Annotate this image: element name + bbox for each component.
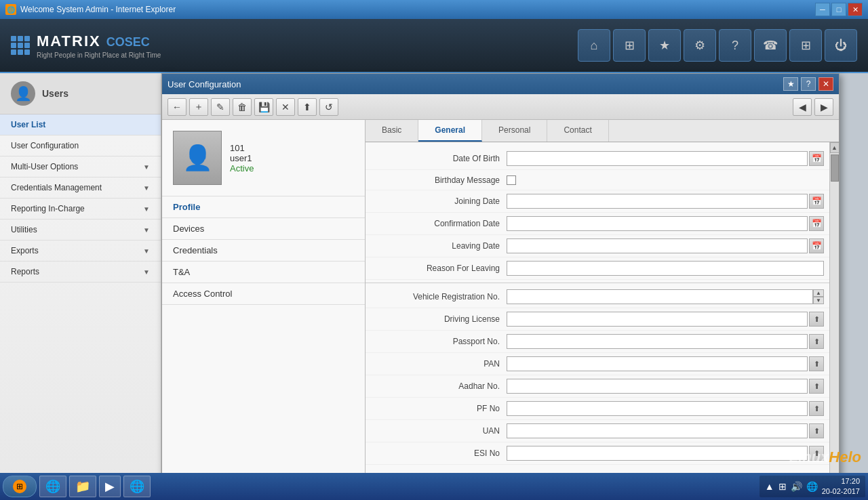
chevron-right-icon: ▼ xyxy=(143,226,150,234)
scroll-up-button[interactable]: ▲ xyxy=(830,142,840,153)
driving-input[interactable] xyxy=(507,312,808,327)
nav-home-button[interactable]: ⌂ xyxy=(578,29,610,62)
uan-input[interactable] xyxy=(507,423,808,438)
uan-upload-button[interactable]: ⬆ xyxy=(809,423,824,438)
right-panel: Basic General Personal Contact Date Of B… xyxy=(366,120,839,500)
sidebar-item-user-list[interactable]: User List xyxy=(0,114,161,136)
form-row-birthday: Birthday Message xyxy=(366,170,829,190)
left-nav-access-control[interactable]: Access Control xyxy=(162,283,365,305)
save-button[interactable]: 💾 xyxy=(254,98,273,116)
pan-field-container: ⬆ xyxy=(507,356,824,371)
sidebar-item-user-configuration[interactable]: User Configuration xyxy=(0,136,161,157)
passport-input[interactable] xyxy=(507,334,808,349)
dob-input[interactable] xyxy=(507,151,808,166)
sidebar-item-utilities[interactable]: Utilities ▼ xyxy=(0,220,161,241)
minimize-button[interactable]: ─ xyxy=(815,3,830,16)
left-nav-credentials[interactable]: Credentials xyxy=(162,240,365,262)
restore-button[interactable]: □ xyxy=(831,3,846,16)
aadhar-upload-button[interactable]: ⬆ xyxy=(809,379,824,394)
leaving-date-input[interactable] xyxy=(507,238,808,253)
taskbar-ie-button[interactable]: 🌐 xyxy=(39,476,66,497)
taskbar-explorer-button[interactable]: 📁 xyxy=(69,476,96,497)
confirmation-calendar-button[interactable]: 📅 xyxy=(809,216,824,231)
uan-field-container: ⬆ xyxy=(507,423,824,438)
sidebar-item-multi-user[interactable]: Multi-User Options ▼ xyxy=(0,157,161,178)
back-button[interactable]: ← xyxy=(167,98,186,116)
scroll-thumb[interactable] xyxy=(831,154,839,182)
esi-input[interactable] xyxy=(507,446,808,461)
prev-button[interactable]: ◀ xyxy=(793,98,812,116)
tray-network-icon[interactable]: ⊞ xyxy=(778,481,787,492)
user-configuration-dialog: User Configuration ★ ? ✕ ← ＋ ✎ 🗑 💾 ✕ ⬆ ↺… xyxy=(161,73,840,500)
next-button[interactable]: ▶ xyxy=(814,98,833,116)
vehicle-spinner: ▲ ▼ xyxy=(813,289,824,304)
left-nav-ta[interactable]: T&A xyxy=(162,262,365,283)
dialog-help-button[interactable]: ? xyxy=(801,77,816,91)
edit-button[interactable]: ✎ xyxy=(211,98,230,116)
nav-star-button[interactable]: ★ xyxy=(648,29,681,62)
delete-button[interactable]: 🗑 xyxy=(233,98,252,116)
sidebar: 👤 Users User List User Configuration Mul… xyxy=(0,73,161,500)
leaving-date-calendar-button[interactable]: 📅 xyxy=(809,238,824,253)
sidebar-avatar-icon: 👤 xyxy=(11,81,35,106)
joining-calendar-button[interactable]: 📅 xyxy=(809,194,824,209)
taskbar-network-button[interactable]: 🌐 xyxy=(123,476,151,497)
sidebar-title: Users xyxy=(42,88,68,99)
sidebar-item-reporting[interactable]: Reporting In-Charge ▼ xyxy=(0,199,161,220)
pf-upload-button[interactable]: ⬆ xyxy=(809,401,824,416)
label-passport: Passport No. xyxy=(371,337,507,346)
sidebar-item-reports[interactable]: Reports ▼ xyxy=(0,262,161,283)
add-button[interactable]: ＋ xyxy=(189,98,208,116)
reason-input[interactable] xyxy=(507,261,824,276)
aadhar-input[interactable] xyxy=(507,379,808,394)
left-nav-devices[interactable]: Devices xyxy=(162,218,365,240)
nav-help-button[interactable]: ? xyxy=(719,29,751,62)
dialog-close-button[interactable]: ✕ xyxy=(818,77,833,91)
vehicle-spinner-down[interactable]: ▼ xyxy=(813,297,824,304)
nav-phone-button[interactable]: ☎ xyxy=(754,29,787,62)
joining-date-input[interactable] xyxy=(507,194,808,209)
vehicle-spinner-up[interactable]: ▲ xyxy=(813,289,824,297)
upload-button[interactable]: ⬆ xyxy=(298,98,317,116)
pan-input[interactable] xyxy=(507,356,808,371)
label-reason: Reason For Leaving xyxy=(371,264,507,273)
birthday-checkbox[interactable] xyxy=(507,175,516,185)
close-button[interactable]: ✕ xyxy=(848,3,863,16)
refresh-button[interactable]: ↺ xyxy=(319,98,338,116)
label-birthday: Birthday Message xyxy=(371,175,507,185)
nav-settings-button[interactable]: ⚙ xyxy=(684,29,716,62)
chevron-right-icon: ▼ xyxy=(143,268,150,276)
start-button[interactable]: ⊞ xyxy=(3,476,37,497)
scrollbar: ▲ ▼ xyxy=(829,142,839,500)
dob-calendar-button[interactable]: 📅 xyxy=(809,151,824,166)
passport-upload-button[interactable]: ⬆ xyxy=(809,334,824,349)
tab-general[interactable]: General xyxy=(418,120,482,142)
tab-basic[interactable]: Basic xyxy=(366,120,418,142)
dialog-body: 👤 101 user1 Active Profile Devices Crede… xyxy=(162,120,839,500)
nav-apps-button[interactable]: ⊞ xyxy=(789,29,822,62)
taskbar-media-button[interactable]: ▶ xyxy=(99,476,121,497)
form-row-pan: PAN ⬆ xyxy=(366,353,829,375)
tab-personal[interactable]: Personal xyxy=(482,120,547,142)
dialog-favorite-button[interactable]: ★ xyxy=(783,77,798,91)
form-row-joining: Joining Date 📅 xyxy=(366,190,829,213)
tray-expand-icon[interactable]: ▲ xyxy=(765,481,774,492)
label-pf: PF No xyxy=(371,404,507,413)
tray-globe-icon[interactable]: 🌐 xyxy=(806,481,818,492)
titlebar-icon: 🌐 xyxy=(5,4,16,15)
sidebar-item-exports[interactable]: Exports ▼ xyxy=(0,241,161,262)
nav-grid-button[interactable]: ⊞ xyxy=(613,29,646,62)
vehicle-input[interactable] xyxy=(507,289,813,304)
pan-upload-button[interactable]: ⬆ xyxy=(809,356,824,371)
logo-grid-icon xyxy=(11,36,30,55)
driving-upload-button[interactable]: ⬆ xyxy=(809,312,824,327)
confirmation-date-input[interactable] xyxy=(507,216,808,231)
cancel-button[interactable]: ✕ xyxy=(276,98,295,116)
tray-volume-icon[interactable]: 🔊 xyxy=(791,481,802,492)
nav-power-button[interactable]: ⏻ xyxy=(825,29,857,62)
form-row-dob: Date Of Birth 📅 xyxy=(366,148,829,170)
sidebar-item-credentials-mgmt[interactable]: Credentials Management ▼ xyxy=(0,178,161,199)
tab-contact[interactable]: Contact xyxy=(547,120,608,142)
left-nav-profile[interactable]: Profile xyxy=(162,196,365,218)
pf-input[interactable] xyxy=(507,401,808,416)
